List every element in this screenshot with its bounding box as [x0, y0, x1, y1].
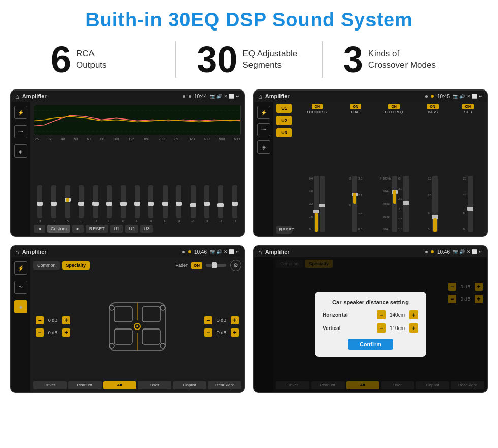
screen3-title: Amplifier — [22, 249, 179, 255]
home-icon-3: ⌂ — [15, 248, 19, 256]
cutfreq-on[interactable]: ON — [388, 104, 400, 109]
left-minus-1[interactable]: − — [36, 316, 44, 324]
eq-next-btn[interactable]: ► — [72, 225, 84, 233]
bottom-btns-3: Driver RearLeft All User Copilot RearRig… — [33, 381, 241, 389]
eq-slider-2[interactable]: 5 — [61, 185, 74, 223]
amp-sidebar: ⚡ 〜 ◈ — [254, 102, 273, 236]
fader-main: Common Specialty Fader ON ⚙ − — [30, 257, 244, 392]
eq-icon-2[interactable]: 〜 — [14, 125, 27, 138]
sub-slider[interactable] — [468, 176, 473, 232]
bass-slider[interactable] — [432, 176, 438, 232]
status-dot-3b — [188, 250, 191, 253]
amp-icon-1[interactable]: ⚡ — [257, 106, 270, 119]
phat-slider[interactable] — [352, 176, 357, 232]
eq-slider-4[interactable]: 0 — [89, 185, 102, 223]
phat-on[interactable]: ON — [350, 104, 361, 109]
screen2-title: Amplifier — [265, 93, 422, 99]
reset-btn[interactable]: RESET — [276, 226, 292, 234]
cutfreq-slider-2[interactable] — [403, 176, 409, 232]
eq-slider-14[interactable]: 0 — [229, 185, 241, 223]
btn-all[interactable]: All — [103, 381, 137, 389]
cutfreq-sliders: F 100Hz 90Hz 80Hz 70Hz 60Hz — [380, 115, 409, 234]
eq-reset-btn[interactable]: RESET — [86, 225, 108, 233]
preset-u1[interactable]: U1 — [276, 104, 292, 113]
fader-settings-icon[interactable]: ⚙ — [230, 260, 241, 271]
eq-slider-3[interactable]: 0 — [75, 185, 87, 223]
eq-custom-btn[interactable]: Custom — [47, 225, 70, 233]
right-minus-2[interactable]: − — [204, 328, 212, 337]
car-svg — [102, 297, 173, 356]
cutfreq-slider-1[interactable] — [392, 176, 397, 232]
fader-icon-2[interactable]: 〜 — [14, 281, 27, 294]
eq-slider-5[interactable]: 0 — [103, 185, 115, 223]
fader-slider-h[interactable] — [206, 264, 226, 267]
stat-rca: 6 RCAOutputs — [30, 41, 176, 78]
svg-rect-5 — [142, 307, 160, 322]
tab-common[interactable]: Common — [33, 261, 60, 270]
band-sub: ON SUB 20 10 5 0 — [451, 104, 485, 234]
vertical-plus[interactable]: + — [409, 323, 418, 333]
btn-rearleft[interactable]: RearLeft — [68, 381, 102, 389]
stats-row: 6 RCAOutputs 30 EQ AdjustableSegments 3 … — [0, 36, 498, 85]
eq-main-area: 2532405063 80100125160200 25032040050063… — [30, 102, 244, 236]
eq-slider-0[interactable]: 0 — [34, 185, 46, 223]
status-bar-2: ⌂ Amplifier 10:45 📷 🔊 ✕ ⬜ ↩ — [254, 91, 487, 102]
eq-slider-13[interactable]: -1 — [214, 185, 227, 223]
horizontal-plus[interactable]: + — [409, 310, 418, 319]
loudness-slider-1[interactable] — [314, 176, 319, 232]
left-db-val-1: 0 dB — [45, 318, 60, 323]
right-minus-1[interactable]: − — [204, 316, 212, 324]
eq-u3-btn[interactable]: U3 — [140, 225, 153, 233]
loudness-on[interactable]: ON — [312, 104, 323, 109]
right-plus-2[interactable]: + — [231, 328, 239, 337]
bass-on[interactable]: ON — [427, 104, 439, 109]
loudness-sliders: 64 48 32 16 0 — [309, 115, 325, 234]
svg-rect-4 — [114, 307, 132, 322]
screen4-content: Common Specialty Car speaker distance se… — [254, 257, 487, 392]
screen1-title: Amplifier — [22, 93, 180, 99]
dialog-label-horizontal: Horizontal — [323, 312, 348, 318]
right-db-controls: − 0 dB + − 0 dB + — [204, 316, 239, 337]
speaker-area: − 0 dB + − 0 dB + — [33, 274, 241, 379]
right-plus-1[interactable]: + — [231, 316, 239, 324]
eq-slider-7[interactable]: 0 — [131, 185, 143, 223]
eq-u2-btn[interactable]: U2 — [125, 225, 138, 233]
eq-slider-12[interactable]: 0 — [201, 185, 213, 223]
fader-icon-1[interactable]: ⚡ — [14, 261, 27, 275]
horizontal-minus[interactable]: − — [377, 310, 386, 319]
left-plus-2[interactable]: + — [62, 328, 70, 337]
amp-icon-3[interactable]: ◈ — [257, 140, 270, 154]
eq-slider-9[interactable]: 0 — [159, 185, 171, 223]
eq-slider-11[interactable]: -1 — [186, 185, 199, 223]
vertical-minus[interactable]: − — [377, 323, 386, 333]
eq-prev-btn[interactable]: ◄ — [34, 225, 45, 233]
sub-on[interactable]: ON — [462, 104, 474, 109]
eq-icon-3[interactable]: ◈ — [14, 144, 27, 158]
confirm-button[interactable]: Confirm — [348, 339, 393, 350]
vertical-ctrl: − 110cm + — [377, 323, 418, 333]
left-minus-2[interactable]: − — [36, 328, 44, 337]
btn-copilot[interactable]: Copilot — [173, 381, 206, 389]
preset-u2[interactable]: U2 — [276, 116, 292, 125]
svg-point-14 — [109, 343, 114, 348]
stat-label-eq: EQ AdjustableSegments — [242, 48, 297, 71]
eq-slider-8[interactable]: 0 — [145, 185, 157, 223]
eq-slider-10[interactable]: 0 — [173, 185, 185, 223]
presets-column: U1 U2 U3 RESET — [273, 102, 295, 236]
eq-icon-1[interactable]: ⚡ — [14, 106, 27, 119]
eq-slider-1[interactable]: 0 — [47, 185, 59, 223]
btn-user[interactable]: User — [138, 381, 171, 389]
left-plus-1[interactable]: + — [62, 316, 70, 324]
loudness-slider-2[interactable] — [320, 176, 325, 232]
fader-icon-3[interactable]: ◈ — [14, 300, 27, 313]
eq-u1-btn[interactable]: U1 — [110, 225, 123, 233]
amp-icon-2[interactable]: 〜 — [257, 123, 270, 136]
eq-slider-6[interactable]: 0 — [117, 185, 129, 223]
preset-u3[interactable]: U3 — [276, 128, 292, 137]
stat-crossover: 3 Kinds ofCrossover Modes — [323, 41, 468, 78]
phat-sliders: G F 3.0 2.1 1.3 0.5 — [349, 115, 362, 234]
btn-rearright[interactable]: RearRight — [208, 381, 241, 389]
sub-sliders: 20 10 5 0 — [463, 115, 473, 234]
tab-specialty[interactable]: Specialty — [62, 261, 90, 270]
btn-driver[interactable]: Driver — [33, 381, 67, 389]
